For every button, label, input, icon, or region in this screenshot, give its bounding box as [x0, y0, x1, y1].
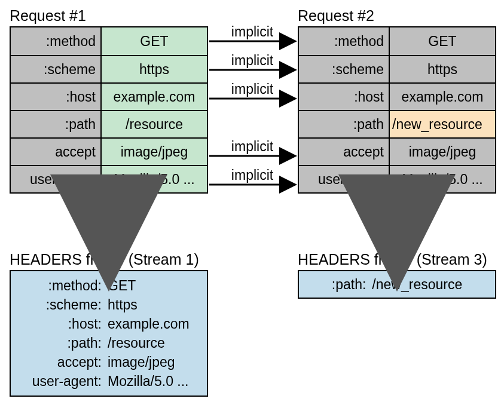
- table-row: user-agent Mozilla/5.0 ...: [299, 165, 495, 192]
- table-row: :path /resource: [11, 110, 207, 137]
- header-key: :host: [11, 84, 102, 110]
- frame-line: :scheme:https: [14, 295, 203, 314]
- header-value: https: [390, 56, 495, 82]
- table-row: :host example.com: [11, 82, 207, 110]
- header-key: :method: [299, 27, 390, 55]
- table-row: :method GET: [11, 27, 207, 55]
- frame-line: :host:example.com: [14, 314, 203, 333]
- frame2-title: HEADERS frame (Stream 3): [298, 251, 487, 268]
- headers-frame-1: :method:GET :scheme:https :host:example.…: [10, 270, 208, 397]
- frame-value: image/jpeg: [105, 354, 175, 370]
- frame-key: :host:: [14, 316, 105, 332]
- frame-line: :method:GET: [14, 276, 203, 295]
- frame-line: :path: /new_resource: [303, 275, 491, 294]
- frame-line: accept:image/jpeg: [14, 352, 203, 372]
- header-key: user-agent: [299, 166, 390, 192]
- table-row: :host example.com: [299, 82, 495, 110]
- header-value: GET: [102, 27, 207, 55]
- header-value: Mozilla/5.0 ...: [390, 166, 495, 192]
- table-row: :scheme https: [299, 55, 495, 82]
- header-key: :scheme: [11, 56, 102, 82]
- header-key: accept: [299, 139, 390, 165]
- frame-key: user-agent:: [14, 373, 105, 390]
- frame-value: example.com: [105, 316, 190, 332]
- table-row: :method GET: [299, 27, 495, 55]
- frame-key: :scheme:: [14, 297, 105, 313]
- table-row: :path /new_resource: [299, 110, 495, 137]
- table-row: :scheme https: [11, 55, 207, 82]
- request1-table: :method GET :scheme https :host example.…: [10, 26, 208, 194]
- table-row: user-agent Mozilla/5.0 ...: [11, 165, 207, 192]
- frame-line: :path:/resource: [14, 333, 203, 352]
- header-value: /new_resource: [390, 111, 495, 137]
- request1-title: Request #1: [10, 7, 86, 24]
- frame-value: /resource: [105, 335, 165, 351]
- frame-key: :method:: [14, 278, 105, 294]
- diagram-canvas: Request #1 Request #2 :method GET :schem…: [7, 7, 497, 413]
- table-row: accept image/jpeg: [299, 137, 495, 165]
- header-value: image/jpeg: [102, 139, 207, 165]
- header-value: image/jpeg: [390, 139, 495, 165]
- header-key: :method: [11, 27, 102, 55]
- request2-title: Request #2: [298, 7, 374, 24]
- frame1-title: HEADERS frame (Stream 1): [10, 251, 199, 268]
- header-key: :scheme: [299, 56, 390, 82]
- table-row: accept image/jpeg: [11, 137, 207, 165]
- frame-value: GET: [105, 278, 136, 294]
- frame-value: Mozilla/5.0 ...: [105, 373, 189, 390]
- header-key: :host: [299, 84, 390, 110]
- header-key: user-agent: [11, 166, 102, 192]
- implicit-label: implicit: [222, 139, 282, 155]
- frame-value: https: [105, 297, 138, 313]
- header-value: https: [102, 56, 207, 82]
- implicit-label: implicit: [222, 167, 282, 183]
- header-value: example.com: [102, 84, 207, 110]
- header-value: Mozilla/5.0 ...: [102, 166, 207, 192]
- frame-line: user-agent:Mozilla/5.0 ...: [14, 372, 203, 391]
- implicit-label: implicit: [222, 81, 282, 97]
- header-value: /resource: [102, 111, 207, 137]
- header-key: :path: [11, 111, 102, 137]
- request2-table: :method GET :scheme https :host example.…: [298, 26, 496, 194]
- implicit-label: implicit: [222, 53, 282, 69]
- header-key: :path: [299, 111, 390, 137]
- frame-key: :path:: [14, 335, 105, 351]
- headers-frame-2: :path: /new_resource: [298, 270, 496, 299]
- implicit-label: implicit: [222, 24, 282, 40]
- header-value: example.com: [390, 84, 495, 110]
- header-key: accept: [11, 139, 102, 165]
- frame-key: accept:: [14, 354, 105, 370]
- frame-key: :path:: [332, 277, 366, 293]
- frame-value: /new_resource: [372, 277, 462, 293]
- header-value: GET: [390, 27, 495, 55]
